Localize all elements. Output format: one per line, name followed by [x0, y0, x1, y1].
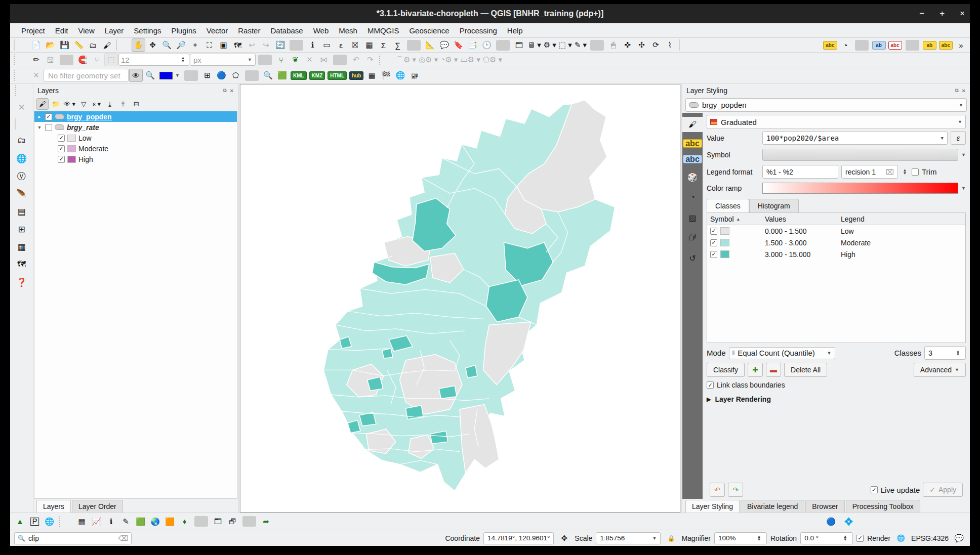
kml-badge[interactable]: KML	[291, 71, 307, 80]
values-column-header[interactable]: Values	[762, 215, 838, 223]
legend-format-input[interactable]: %1 - %2	[762, 165, 838, 179]
tab-processing-toolbox[interactable]: Processing Toolbox	[846, 500, 920, 513]
sketch-icon[interactable]: ✎	[119, 515, 133, 528]
qgis2web-icon[interactable]: 🌐	[393, 69, 407, 82]
close-panel-icon[interactable]: ✕	[230, 88, 234, 94]
layer-item-brgy-popden[interactable]: ▸ ✓ brgy_popden	[34, 111, 237, 122]
classes-spinbox[interactable]: 3 ▲▼	[924, 346, 966, 360]
raster-calc-icon[interactable]: ▦	[75, 515, 89, 528]
vertex-editor-icon[interactable]: ✜	[621, 38, 634, 52]
dem-icon[interactable]: 🟩	[134, 515, 147, 528]
legend-column-header[interactable]: Legend	[838, 215, 965, 223]
callouts-tab-icon[interactable]: abc	[683, 155, 702, 163]
class-checkbox[interactable]: ✓	[710, 239, 717, 246]
new-scratch-layer-icon[interactable]: ⊞	[200, 69, 214, 82]
classify-button[interactable]: Classify	[707, 363, 745, 377]
open-attribute-table-icon[interactable]: ▦	[362, 38, 376, 52]
trim-checkbox[interactable]	[912, 168, 919, 176]
menu-item[interactable]: Project	[16, 25, 50, 36]
edit-menu-icon[interactable]: ✎ ▾	[574, 38, 588, 52]
menu-item[interactable]: View	[73, 25, 100, 36]
crs-globe-icon[interactable]: 🌐	[894, 532, 908, 545]
map-tips-icon[interactable]: 💬	[437, 38, 451, 52]
toggle-editing-icon[interactable]: ✏	[29, 53, 43, 66]
data-defined-icon[interactable]: ⚙ ▾	[543, 38, 557, 52]
symbol-preview-button[interactable]	[762, 149, 958, 161]
menu-item[interactable]: Layer	[100, 25, 129, 36]
clear-icon[interactable]: ⌧	[886, 168, 894, 176]
strip-close-icon[interactable]: ✕	[15, 101, 28, 114]
renderer-combo[interactable]: Graduated ▼	[707, 115, 966, 129]
mode-combo[interactable]: ⫴ Equal Count (Quantile) ▼	[729, 347, 835, 359]
menu-item[interactable]: Web	[308, 25, 334, 36]
precision-spinbox[interactable]: recision 1 ⌧	[841, 165, 898, 179]
new-bookmark-icon[interactable]: 🔖	[452, 38, 465, 52]
field-calculator-icon[interactable]: Σ	[377, 38, 390, 52]
symbol-column-header[interactable]: Symbol ▴	[707, 215, 762, 223]
remove-layer-icon[interactable]: ⊟	[130, 98, 142, 110]
legend-item-high[interactable]: ✓ High	[34, 154, 237, 164]
add-map-view-icon[interactable]: 🗗	[226, 515, 239, 528]
add-vector-layer-icon[interactable]: 🌐	[15, 152, 28, 165]
diagrams-tab-icon[interactable]: ◔	[686, 191, 700, 204]
select-by-expression-icon[interactable]: ε	[334, 38, 348, 52]
crs-value[interactable]: EPSG:4326	[911, 534, 949, 542]
maximize-button[interactable]: +	[940, 9, 945, 19]
rotate-feature-icon[interactable]: ⟳	[649, 38, 663, 52]
menu-item[interactable]: Edit	[50, 25, 73, 36]
lock-scale-icon[interactable]: 🔒	[664, 532, 678, 545]
menu-item[interactable]: Processing	[455, 25, 502, 36]
clear-search-icon[interactable]: ⌫	[118, 534, 128, 542]
open-project-icon[interactable]: 📂	[44, 38, 57, 52]
tile-layers-icon[interactable]: ▦	[365, 69, 379, 82]
deselect-all-icon[interactable]: ⛝	[348, 38, 362, 52]
zoom-to-layer-icon[interactable]: 🗺	[231, 38, 244, 52]
class-row-moderate[interactable]: ✓ 1.500 - 3.000 Moderate	[707, 237, 965, 248]
pan-map-icon[interactable]: ✋	[132, 38, 145, 52]
statistical-summary-icon[interactable]: ∑	[391, 38, 404, 52]
zoom-last-icon[interactable]: ↩	[245, 38, 259, 52]
legend-item-moderate[interactable]: ✓ Moderate	[34, 143, 237, 154]
filter-zoom-icon[interactable]: 🔍	[143, 69, 157, 82]
messages-icon[interactable]: 💬	[952, 532, 966, 545]
history-tab-icon[interactable]: ↺	[686, 251, 700, 265]
hub-badge[interactable]: hub	[349, 71, 363, 80]
new-mesh-icon[interactable]: ▤	[15, 205, 28, 218]
select-features-icon[interactable]: ▭	[320, 38, 334, 52]
new-map-view-icon[interactable]: 🗔	[211, 515, 225, 528]
tab-layer-styling[interactable]: Layer Styling	[685, 500, 740, 513]
show-map-theme-eye-icon[interactable]: 👁	[129, 69, 143, 82]
toolbar-overflow-icon[interactable]: »	[954, 38, 968, 52]
filter-geometry-input[interactable]: No filter geometry set	[44, 69, 129, 82]
manage-themes-icon[interactable]: 👁 ▾	[63, 98, 76, 110]
layout-manager-icon[interactable]: 🗂	[86, 38, 100, 52]
snap-on-intersection-icon[interactable]: ⬚	[104, 53, 118, 66]
float-panel-icon[interactable]: ⧉	[955, 88, 958, 94]
save-edits-icon[interactable]: 🖫	[44, 53, 57, 66]
pin-labels-icon[interactable]: ab	[872, 41, 886, 50]
profile-chart-icon[interactable]: 📈	[90, 515, 103, 528]
menu-item[interactable]: Vector	[201, 25, 233, 36]
circle-tool-icon[interactable]: ◎⚙ ▾	[418, 53, 439, 66]
tab-browser[interactable]: Browser	[805, 500, 844, 513]
metasearch-icon[interactable]: 🔵	[824, 515, 838, 528]
rotation-spinbox[interactable]: 0.0 ° ▲▼	[800, 532, 853, 544]
preview-mode-icon[interactable]: 🖥 ▾	[526, 38, 542, 52]
circular-string-icon[interactable]: ⌒⚙ ▾	[395, 53, 417, 66]
redo-style-button[interactable]: ↷	[728, 483, 743, 497]
temporal-controller-icon[interactable]: 🕒	[480, 38, 494, 52]
chevron-down-icon[interactable]: ▼	[961, 152, 966, 157]
tab-histogram[interactable]: Histogram	[749, 199, 799, 212]
ellipse-tool-icon[interactable]: ◔⚙ ▾	[439, 53, 459, 66]
menu-item[interactable]: Geoscience	[404, 25, 454, 36]
quickosm-icon[interactable]: 🟩	[275, 69, 289, 82]
mask-tab-icon[interactable]: ▨	[686, 211, 700, 224]
grass-tools-icon[interactable]: ▲	[13, 515, 27, 528]
precision-stepper[interactable]: ▲▼	[901, 169, 909, 175]
menu-item[interactable]: Settings	[129, 25, 166, 36]
osm-place-search-icon[interactable]: 🔍	[261, 69, 275, 82]
float-panel-icon[interactable]: ⧉	[223, 88, 226, 94]
regular-polygon-icon[interactable]: ⬠⚙ ▾	[482, 53, 503, 66]
new-raster-icon[interactable]: ⊞	[15, 223, 28, 236]
zoom-out-icon[interactable]: 🔎	[174, 38, 188, 52]
